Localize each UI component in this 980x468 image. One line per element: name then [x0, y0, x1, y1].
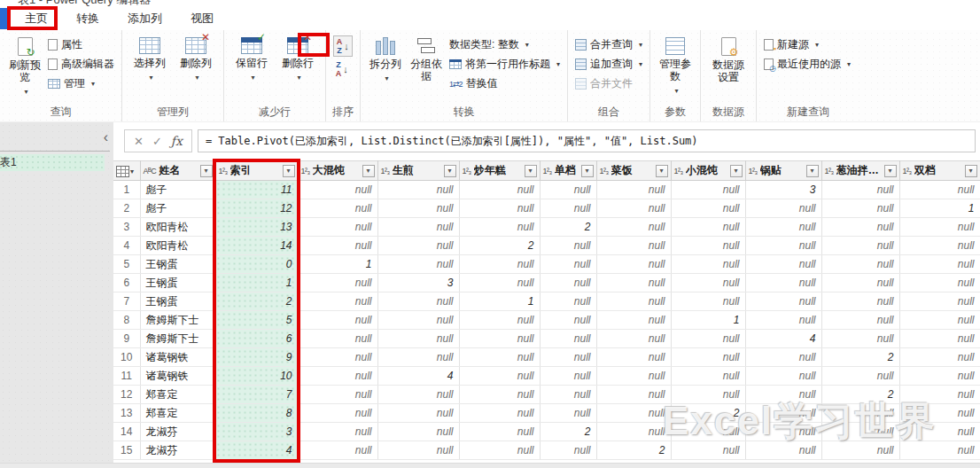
cell[interactable]: 3 — [377, 274, 459, 292]
cell[interactable]: 彪子 — [140, 199, 215, 218]
cell[interactable]: 诸葛钢铁 — [140, 367, 215, 386]
keep-rows-button[interactable]: ✓ 保留行 — [231, 35, 272, 84]
cell[interactable]: null — [377, 404, 459, 423]
cell[interactable]: 2 — [596, 441, 671, 460]
row-number[interactable]: 15 — [113, 441, 140, 460]
cell[interactable]: 1 — [298, 255, 377, 274]
cell[interactable]: null — [821, 441, 899, 460]
cell[interactable]: null — [377, 292, 459, 311]
cell[interactable]: 2 — [821, 348, 899, 367]
cell[interactable]: 4 — [215, 441, 298, 460]
formula-input[interactable]: = Table.Pivot(已添加索引, List.Distinct(已添加索引… — [198, 129, 976, 152]
cell[interactable]: null — [596, 274, 671, 292]
cell[interactable]: null — [745, 218, 821, 237]
append-queries-button[interactable]: 追加查询 — [575, 57, 642, 72]
cell[interactable]: null — [459, 199, 540, 218]
row-number[interactable]: 2 — [113, 199, 140, 218]
cell[interactable]: null — [459, 311, 540, 330]
cell[interactable]: null — [459, 348, 540, 367]
cell[interactable]: null — [459, 218, 540, 237]
row-number[interactable]: 10 — [113, 348, 140, 367]
cell[interactable]: null — [377, 386, 459, 404]
cell[interactable]: null — [671, 423, 745, 441]
cell[interactable]: null — [899, 441, 980, 460]
split-column-button[interactable]: 拆分列 — [368, 35, 403, 85]
cell[interactable]: null — [377, 255, 459, 274]
cell[interactable]: null — [821, 330, 899, 348]
cell[interactable]: 诸葛钢铁 — [140, 348, 215, 367]
cell[interactable]: null — [540, 441, 596, 460]
cell[interactable]: null — [377, 441, 459, 460]
cell[interactable]: null — [377, 199, 459, 218]
cell[interactable]: null — [745, 311, 821, 330]
cell[interactable]: null — [821, 311, 899, 330]
cell[interactable]: null — [298, 386, 377, 404]
column-header[interactable]: 1²₃双档 — [899, 161, 980, 181]
column-header[interactable]: 1²₃索引 — [215, 161, 298, 181]
cell[interactable]: null — [540, 348, 596, 367]
filter-button[interactable] — [730, 165, 743, 177]
cell[interactable]: null — [671, 255, 745, 274]
cell[interactable]: null — [377, 181, 459, 199]
column-header[interactable]: 1²₃葱油拌… — [821, 161, 899, 181]
cell[interactable]: 1 — [899, 199, 980, 218]
cell[interactable]: null — [671, 199, 745, 218]
cell[interactable]: null — [596, 404, 671, 423]
cell[interactable]: null — [298, 292, 377, 311]
remove-columns-button[interactable]: ✕ 删除列 — [175, 35, 216, 84]
tab-add-column[interactable]: 添加列 — [113, 7, 176, 30]
cell[interactable]: 4 — [745, 330, 821, 348]
cell[interactable]: 2 — [459, 237, 540, 255]
data-source-settings-button[interactable]: ⚙ 数据源设置 — [708, 35, 749, 83]
column-header[interactable]: 1²₃生煎 — [377, 161, 459, 181]
cell[interactable]: null — [377, 218, 459, 237]
row-number[interactable]: 3 — [113, 218, 140, 237]
cell[interactable]: null — [540, 292, 596, 311]
cell[interactable]: null — [298, 441, 377, 460]
merge-queries-button[interactable]: 合并查询 — [575, 37, 642, 52]
cell[interactable]: 王钢蛋 — [140, 274, 215, 292]
choose-columns-button[interactable]: 选择列 — [129, 35, 170, 84]
cell[interactable]: 龙淑芬 — [140, 423, 215, 441]
cell[interactable]: null — [540, 255, 596, 274]
cell[interactable]: null — [459, 441, 540, 460]
cell[interactable]: null — [821, 255, 899, 274]
query-item-selected[interactable]: 表1 — [0, 154, 105, 171]
filter-button[interactable] — [525, 165, 537, 177]
row-number[interactable]: 11 — [113, 367, 140, 386]
cell[interactable]: null — [899, 367, 980, 386]
cell[interactable]: null — [745, 404, 821, 423]
cell[interactable]: null — [459, 255, 540, 274]
cell[interactable]: null — [821, 199, 899, 218]
cell[interactable]: null — [821, 404, 899, 423]
filter-button[interactable] — [444, 165, 456, 177]
filter-button[interactable] — [965, 165, 977, 177]
cell[interactable]: null — [899, 330, 980, 348]
cell[interactable]: null — [540, 386, 596, 404]
sort-ascending-button[interactable]: A ↓ Z — [333, 35, 353, 57]
cell[interactable]: null — [596, 292, 671, 311]
cell[interactable]: null — [671, 367, 745, 386]
row-number[interactable]: 1 — [113, 181, 140, 199]
cell[interactable]: null — [298, 423, 377, 441]
cell[interactable]: null — [899, 404, 980, 423]
cell[interactable]: null — [821, 292, 899, 311]
cell[interactable]: null — [459, 274, 540, 292]
cell[interactable]: null — [540, 181, 596, 199]
row-number[interactable]: 12 — [113, 386, 140, 404]
cell[interactable]: 彪子 — [140, 181, 215, 199]
filter-button[interactable] — [656, 165, 668, 177]
cell[interactable]: null — [298, 181, 377, 199]
cell[interactable]: 6 — [215, 330, 298, 348]
cell[interactable]: null — [298, 367, 377, 386]
cell[interactable]: 10 — [215, 367, 298, 386]
cell[interactable]: null — [459, 404, 540, 423]
cell[interactable]: null — [298, 218, 377, 237]
properties-button[interactable]: 属性 — [48, 37, 114, 52]
filter-button[interactable] — [884, 165, 897, 177]
fx-icon[interactable]: ƒx — [171, 134, 183, 148]
cell[interactable]: null — [377, 237, 459, 255]
cell[interactable]: null — [671, 292, 745, 311]
column-header[interactable]: AᴮC姓名 — [140, 161, 215, 181]
cell[interactable]: null — [459, 330, 540, 348]
